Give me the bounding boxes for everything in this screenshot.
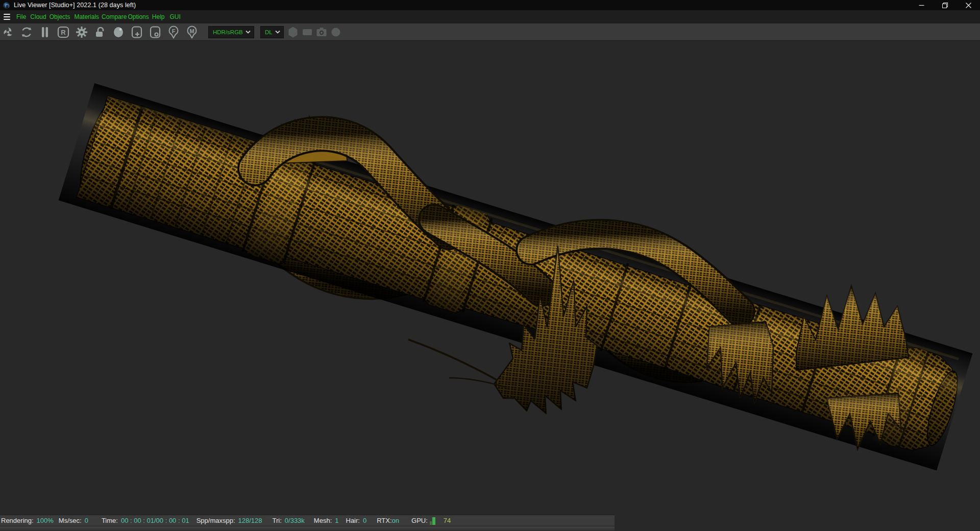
- gpu-meter-bar-dim: [430, 521, 432, 525]
- bottom-strip: [0, 526, 615, 531]
- gpu-meter: [430, 517, 435, 525]
- restore-button[interactable]: [933, 0, 957, 10]
- menu-file[interactable]: File: [16, 13, 26, 20]
- minimize-button[interactable]: [910, 0, 933, 10]
- frame-icon: [301, 26, 313, 39]
- frame-disabled-button: [301, 26, 313, 39]
- toolbar: R: [0, 23, 980, 41]
- pause-icon: [39, 26, 51, 39]
- render-mode-value: DL: [265, 29, 273, 35]
- svg-text:R: R: [61, 29, 66, 36]
- status-gpu: GPU: 74: [411, 517, 451, 525]
- status-ms-per-sec: Ms/sec: 0: [59, 517, 88, 524]
- settings-button[interactable]: [76, 26, 88, 39]
- close-button[interactable]: [957, 0, 980, 10]
- lock-resolution-button[interactable]: [94, 26, 106, 39]
- lock-icon: [94, 26, 106, 39]
- gear-icon: [76, 26, 88, 39]
- reset-icon: R: [57, 26, 69, 39]
- restore-icon: [942, 3, 948, 8]
- material-picker-button[interactable]: M: [186, 26, 198, 39]
- status-bar: Rendering: 100% Ms/sec: 0 Time: 00 : 00 …: [0, 515, 615, 526]
- pick-render-region-button[interactable]: [149, 26, 161, 39]
- menu-materials[interactable]: Materials: [74, 13, 99, 20]
- status-rtx: RTX: on: [377, 517, 399, 524]
- sphere-icon: [112, 26, 125, 39]
- render-scene: [0, 41, 980, 531]
- pause-render-button[interactable]: [39, 26, 51, 39]
- menu-options[interactable]: Options: [128, 13, 149, 20]
- status-spp: Spp/maxspp: 128/128: [197, 517, 262, 524]
- camera-icon: [315, 26, 328, 39]
- hexagon-icon: [287, 26, 299, 39]
- octane-fan-icon: [2, 26, 14, 39]
- app-logo-icon: [3, 2, 10, 9]
- add-render-region-button[interactable]: [131, 26, 143, 39]
- chevron-down-icon: [275, 30, 280, 34]
- svg-text:F: F: [172, 28, 176, 34]
- status-hair: Hair: 0: [346, 517, 367, 524]
- title-bar: Live Viewer [Studio+] 2022.1 (28 days le…: [0, 0, 980, 10]
- menu-help[interactable]: Help: [152, 13, 165, 20]
- menu-objects[interactable]: Objects: [50, 13, 70, 20]
- region-pick-icon: [149, 26, 161, 39]
- status-mesh: Mesh: 1: [314, 517, 339, 524]
- minimize-icon: [919, 3, 924, 8]
- display-mode-dropdown[interactable]: HDR/sRGB: [208, 26, 254, 38]
- octane-fan-button[interactable]: [2, 26, 14, 39]
- focus-picker-pin-icon: F: [167, 26, 180, 39]
- chevron-down-icon: [246, 30, 251, 34]
- menu-bar: File Cloud Objects Materials Compare Opt…: [0, 10, 980, 23]
- render-viewport[interactable]: [0, 41, 980, 531]
- window-title: Live Viewer [Studio+] 2022.1 (28 days le…: [14, 2, 136, 9]
- reset-render-button[interactable]: R: [57, 26, 69, 39]
- region-add-icon: [131, 26, 143, 39]
- status-triangles: Tri: 0/333k: [273, 517, 305, 524]
- gpu-meter-bar-active: [432, 517, 435, 525]
- menu-compare[interactable]: Compare: [102, 13, 127, 20]
- menu-gui[interactable]: GUI: [169, 13, 180, 20]
- status-rendering: Rendering: 100%: [1, 517, 54, 524]
- circle-disabled-button: [330, 26, 342, 39]
- sphere-button[interactable]: [112, 26, 125, 39]
- svg-text:M: M: [189, 28, 194, 34]
- render-mode-dropdown[interactable]: DL: [260, 26, 284, 38]
- restart-render-button[interactable]: [20, 26, 33, 39]
- focus-picker-button[interactable]: F: [167, 26, 180, 39]
- hexagon-disabled-button: [287, 26, 299, 39]
- camera-disabled-button: [315, 26, 328, 39]
- menu-cloud[interactable]: Cloud: [30, 13, 46, 20]
- window-controls: [910, 0, 980, 10]
- material-picker-pin-icon: M: [186, 26, 198, 39]
- close-icon: [966, 3, 971, 8]
- display-mode-value: HDR/sRGB: [213, 29, 243, 35]
- hamburger-menu-icon[interactable]: [4, 14, 10, 20]
- refresh-render-icon: [20, 26, 33, 39]
- circle-icon: [330, 26, 342, 39]
- status-time: Time: 00 : 00 : 01/00 : 00 : 01: [102, 517, 189, 524]
